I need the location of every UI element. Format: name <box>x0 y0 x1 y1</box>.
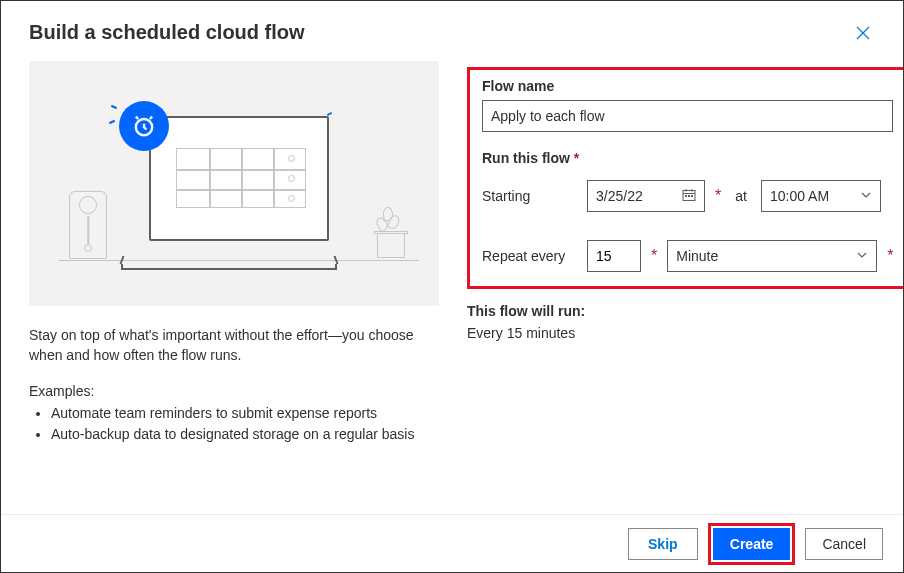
description-text: Stay on top of what's important without … <box>29 326 439 365</box>
close-button[interactable] <box>851 21 875 49</box>
starting-time-value: 10:00 AM <box>770 188 829 204</box>
starting-date-value: 3/25/22 <box>596 188 643 204</box>
required-marker: * <box>651 247 657 265</box>
chevron-down-icon <box>860 188 872 204</box>
starting-date-picker[interactable]: 3/25/22 <box>587 180 705 212</box>
required-marker: * <box>715 187 721 205</box>
flow-name-input[interactable] <box>482 100 893 132</box>
repeat-unit-select[interactable]: Minute <box>667 240 877 272</box>
cancel-button[interactable]: Cancel <box>805 528 883 560</box>
create-highlight-box: Create <box>708 523 796 565</box>
dialog-title: Build a scheduled cloud flow <box>29 21 305 44</box>
calendar-icon <box>682 188 696 205</box>
dialog-footer: Skip Create Cancel <box>1 514 903 572</box>
pendulum-clock-icon <box>69 191 107 259</box>
close-icon <box>855 25 871 41</box>
run-summary-text: Every 15 minutes <box>467 325 904 341</box>
svg-rect-7 <box>691 195 693 197</box>
create-button[interactable]: Create <box>713 528 791 560</box>
run-summary-label: This flow will run: <box>467 303 904 319</box>
starting-label: Starting <box>482 188 577 204</box>
examples-label: Examples: <box>29 383 439 399</box>
svg-rect-6 <box>688 195 690 197</box>
illustration <box>29 61 439 306</box>
run-flow-label: Run this flow * <box>482 150 893 166</box>
skip-button[interactable]: Skip <box>628 528 698 560</box>
form-highlight-box: Flow name Run this flow * Starting 3/25/… <box>467 67 904 289</box>
example-item: Auto-backup data to designated storage o… <box>51 424 439 445</box>
laptop-icon <box>139 116 339 256</box>
example-item: Automate team reminders to submit expens… <box>51 403 439 424</box>
required-marker: * <box>887 247 893 265</box>
alarm-clock-icon <box>119 101 169 151</box>
flow-name-label: Flow name <box>482 78 893 94</box>
svg-rect-5 <box>685 195 687 197</box>
repeat-unit-value: Minute <box>676 248 718 264</box>
repeat-interval-input[interactable] <box>587 240 641 272</box>
chevron-down-icon <box>856 248 868 264</box>
starting-time-select[interactable]: 10:00 AM <box>761 180 881 212</box>
plant-icon <box>371 198 411 258</box>
repeat-label: Repeat every <box>482 248 577 264</box>
at-label: at <box>735 188 747 204</box>
